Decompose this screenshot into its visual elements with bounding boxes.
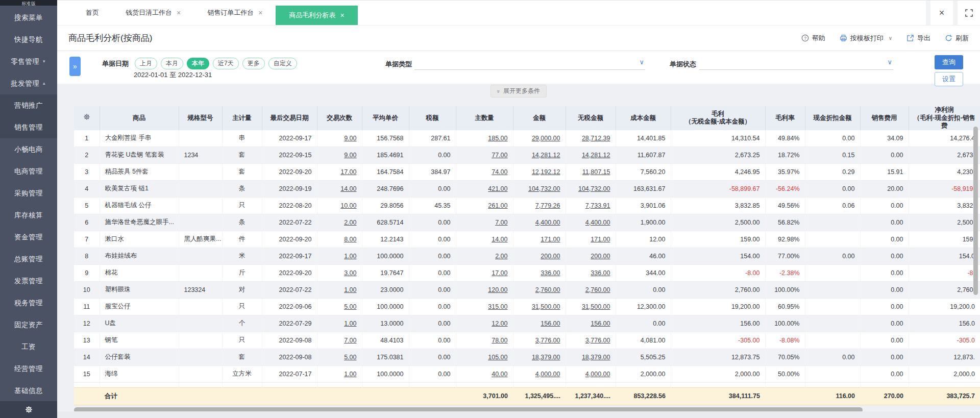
cell-qty[interactable]: 315.00 [456,298,513,315]
sidebar-item-发票管理[interactable]: 发票管理 [0,270,57,292]
cell-tx_count[interactable]: 5.00 [317,349,362,365]
close-tab-icon[interactable]: × [258,9,262,16]
cell-tx_count[interactable]: 7.00 [317,332,362,349]
cell-qty[interactable]: 17.00 [456,264,513,281]
drilldown-link[interactable]: 7,779.26 [535,202,560,209]
drilldown-link[interactable]: 156.00 [541,320,560,327]
refresh-button[interactable]: 刷新 [945,34,969,43]
table-row[interactable]: 11服宝公仔只2022-09-065.00100.00000.00315.003… [74,298,980,315]
date-range-value[interactable]: 2022-01-01 至 2022-12-31 [134,70,212,80]
drilldown-link[interactable]: 28,712.39 [582,135,610,142]
table-row[interactable]: 8布娃娃绒布米2022-09-171.00100.00000.002.00200… [74,248,980,264]
drilldown-link[interactable]: 2.00 [344,219,356,226]
drilldown-link[interactable]: 4,000.00 [585,371,610,378]
drilldown-link[interactable]: 14.00 [340,185,356,192]
drilldown-link[interactable]: 171.00 [541,236,560,243]
drilldown-link[interactable]: 12.00 [492,320,507,327]
column-header-gross[interactable]: 毛利 （无税金额-成本金额） [671,106,765,130]
cell-qty[interactable]: 185.00 [456,130,513,147]
drilldown-link[interactable]: 1.00 [344,286,356,293]
sidebar-item-工资[interactable]: 工资 [0,336,57,358]
column-header-qty[interactable]: 主数量 [456,106,513,130]
column-header-cash_discount[interactable]: 现金折扣金额 [805,106,860,130]
vertical-scrollbar-thumb[interactable] [973,127,978,295]
expand-sidebar-filters-button[interactable]: » [69,57,81,76]
column-header-cost[interactable]: 成本金额 [616,106,671,130]
column-settings-gear-icon[interactable] [83,113,90,120]
drilldown-link[interactable]: 7,733.91 [585,202,610,209]
tab-商品毛利分析表[interactable]: 商品毛利分析表× [276,6,357,25]
table-row[interactable]: 3精品茶具 5件套套2022-09-2017.00164.7584384.977… [74,163,980,180]
date-pill-上月[interactable]: 上月 [135,58,157,69]
drilldown-link[interactable]: 7.00 [344,337,356,344]
sidebar-item-营销推广[interactable]: 营销推广 [0,94,57,116]
fullscreen-button[interactable] [953,1,980,25]
cell-tx_count[interactable]: 17.00 [317,163,362,180]
export-button[interactable]: 导出 [906,34,930,43]
drilldown-link[interactable]: 18,379.00 [582,354,610,361]
cell-amount[interactable]: 18,379.00 [513,349,566,365]
cell-tx_count[interactable]: 3.00 [317,264,362,281]
sidebar-settings-button[interactable] [0,401,57,418]
cell-net_amount[interactable]: 156.00 [566,315,616,332]
tab-销售订单工作台[interactable]: 销售订单工作台× [194,1,276,25]
cell-qty[interactable]: 12.00 [456,315,513,332]
sidebar-item-销售管理[interactable]: 销售管理 [0,116,57,138]
column-header-product[interactable]: 商品 [100,106,179,130]
drilldown-link[interactable]: 2,760.00 [585,286,610,293]
sidebar-item-税务管理[interactable]: 税务管理 [0,292,57,314]
column-header-last_date[interactable]: 最后交易日期 [262,106,317,130]
cell-amount[interactable]: 4,000.00 [513,365,566,382]
cell-amount[interactable]: 29,000.00 [513,130,566,147]
sidebar-item-库存核算[interactable]: 库存核算 [0,204,57,226]
drilldown-link[interactable]: 17.00 [492,269,507,277]
drilldown-link[interactable]: 120.00 [488,286,507,293]
cell-tx_count[interactable]: 1.00 [317,315,362,332]
cell-amount[interactable]: 171.00 [513,231,566,248]
sidebar-item-经营管理[interactable]: 经营管理 [0,358,57,380]
drilldown-link[interactable]: 18,379.00 [532,354,560,361]
tab-首页[interactable]: 首页 [72,1,112,25]
drilldown-link[interactable]: 200.00 [591,253,610,260]
sidebar-item-快捷导航[interactable]: 快捷导航 [0,29,57,51]
cell-qty[interactable]: 120.00 [456,281,513,298]
cell-amount[interactable]: 4,400.00 [513,214,566,231]
cell-net_amount[interactable]: 2,760.00 [566,281,616,298]
drilldown-link[interactable]: 4,000.00 [535,371,560,378]
help-button[interactable]: ? 帮助 [801,34,825,43]
drilldown-link[interactable]: 185.00 [488,135,507,142]
drilldown-link[interactable]: 5.00 [344,354,356,361]
cell-amount[interactable]: 156.00 [513,315,566,332]
table-row[interactable]: 12U盘个2022-07-291.0013.00000.0012.00156.0… [74,315,980,332]
cell-tx_count[interactable]: 5.00 [317,298,362,315]
cell-qty[interactable]: 74.00 [456,163,513,180]
drilldown-link[interactable]: 8.00 [344,236,356,243]
drilldown-link[interactable]: 200.00 [541,253,560,260]
print-by-template-button[interactable]: 按模板打印 ∨ [840,34,892,43]
table-row[interactable]: 4欧美复古项 链1条2022-09-1914.00248.76960.00421… [74,180,980,197]
sidebar-item-固定资产[interactable]: 固定资产 [0,314,57,336]
drilldown-link[interactable]: 421.00 [488,185,507,192]
cell-amount[interactable]: 31,500.00 [513,298,566,315]
drilldown-link[interactable]: 2,760.00 [535,286,560,293]
doc-type-input[interactable]: ∨ [414,55,645,70]
table-row[interactable]: 5机器猫毛绒 公仔只2022-08-2010.0029.805645.35261… [74,197,980,214]
drilldown-link[interactable]: 9.00 [344,135,356,142]
sidebar-item-零售管理[interactable]: 零售管理▼ [0,51,57,72]
close-tabs-button[interactable]: × [926,1,953,25]
cell-tx_count[interactable]: 1.00 [317,281,362,298]
table-row[interactable]: 13钢笔只2022-09-087.0048.41030.0078.003,776… [74,332,980,349]
drilldown-link[interactable]: 14,281.12 [532,152,560,159]
cell-qty[interactable]: 105.00 [456,349,513,365]
cell-tx_count[interactable]: 2.00 [317,214,362,231]
drilldown-link[interactable]: 171.00 [591,236,610,243]
cell-net_amount[interactable]: 28,712.39 [566,130,616,147]
column-header-rowno[interactable] [74,106,100,130]
sidebar-item-采购管理[interactable]: 采购管理 [0,182,57,204]
column-header-unit[interactable]: 主计量 [222,106,262,130]
column-header-net_amount[interactable]: 无税金额 [566,106,616,130]
drilldown-link[interactable]: 104,732.00 [578,185,610,192]
table-row[interactable]: 7漱口水黑人酷爽果...件2022-09-208.0012.21430.0014… [74,231,980,248]
drilldown-link[interactable]: 261.00 [488,202,507,209]
drilldown-link[interactable]: 12,192.12 [532,168,560,176]
